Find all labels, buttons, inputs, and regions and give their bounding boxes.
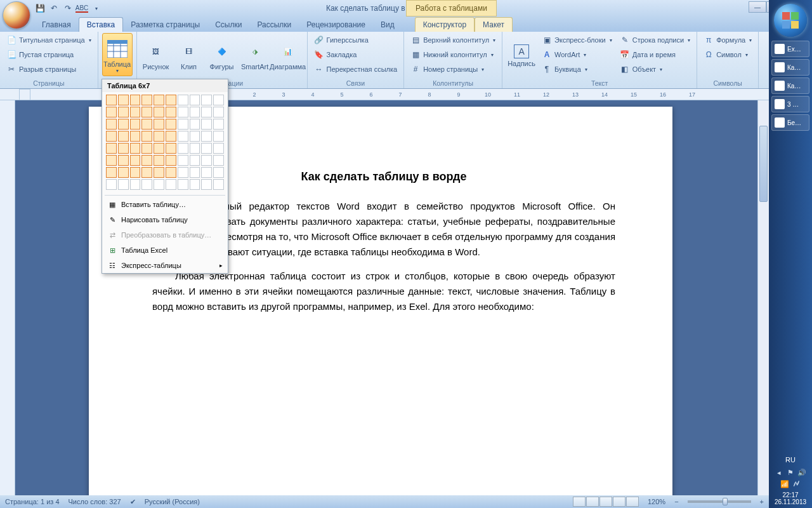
table-grid-cell[interactable] — [130, 143, 141, 154]
header-button[interactable]: ▤Верхний колонтитул — [408, 33, 498, 47]
view-web-layout[interactable] — [599, 497, 612, 507]
table-grid-cell[interactable] — [213, 155, 224, 166]
quick-tables-item[interactable]: ☷Экспресс-таблицы▸ — [102, 258, 228, 273]
table-grid-cell[interactable] — [154, 143, 164, 154]
zoom-level[interactable]: 120% — [648, 498, 665, 505]
table-grid-cell[interactable] — [178, 143, 188, 154]
status-page[interactable]: Страница: 1 из 4 — [5, 498, 60, 505]
taskbar-item[interactable]: Ка… — [771, 59, 809, 76]
tray-volume-icon[interactable]: 🔊 — [797, 469, 806, 478]
wordart-button[interactable]: AWordArt — [539, 48, 615, 62]
footer-button[interactable]: ▦Нижний колонтитул — [408, 48, 495, 62]
language-indicator[interactable]: RU — [769, 456, 812, 464]
view-print-layout[interactable] — [573, 497, 586, 507]
table-grid-cell[interactable] — [154, 131, 164, 142]
scrollbar-thumb[interactable] — [759, 126, 768, 202]
table-grid-cell[interactable] — [166, 119, 176, 130]
table-grid-cell[interactable] — [118, 179, 129, 190]
taskbar-item[interactable]: Бе… — [771, 114, 809, 131]
clip-button[interactable]: 🎞Клип — [174, 33, 204, 76]
table-grid-cell[interactable] — [118, 107, 129, 117]
table-grid-cell[interactable] — [190, 155, 200, 166]
ruler-corner[interactable] — [19, 89, 30, 100]
table-grid-cell[interactable] — [118, 95, 129, 105]
table-grid-cell[interactable] — [201, 179, 212, 190]
table-grid-cell[interactable] — [106, 143, 117, 154]
status-language[interactable]: Русский (Россия) — [145, 498, 200, 505]
view-outline[interactable] — [613, 497, 625, 507]
tab-mailings[interactable]: Рассылки — [249, 18, 299, 32]
tray-chevron-icon[interactable]: ◂ — [775, 469, 783, 478]
table-grid-cell[interactable] — [166, 107, 176, 117]
view-full-screen[interactable] — [586, 497, 599, 507]
table-grid-cell[interactable] — [106, 107, 117, 117]
table-grid-cell[interactable] — [213, 179, 224, 190]
hyperlink-button[interactable]: 🔗Гиперссылка — [311, 33, 371, 47]
zoom-out-button[interactable]: − — [674, 498, 678, 505]
redo-icon[interactable]: ↷ — [62, 3, 74, 14]
table-grid-cell[interactable] — [141, 167, 152, 178]
table-grid-cell[interactable] — [154, 167, 164, 178]
crossref-button[interactable]: ↔Перекрестная ссылка — [311, 62, 400, 76]
start-button[interactable] — [774, 4, 807, 37]
table-grid-cell[interactable] — [106, 95, 117, 105]
table-grid-cell[interactable] — [154, 179, 164, 190]
table-grid-cell[interactable] — [141, 119, 152, 130]
table-grid-cell[interactable] — [190, 179, 200, 190]
table-grid-cell[interactable] — [130, 95, 141, 105]
tab-table-design[interactable]: Конструктор — [415, 17, 475, 32]
table-grid-cell[interactable] — [130, 119, 141, 130]
vertical-ruler[interactable] — [0, 100, 15, 495]
status-spellcheck-icon[interactable]: ✔ — [130, 498, 136, 506]
table-grid-cell[interactable] — [141, 143, 152, 154]
table-grid-cell[interactable] — [213, 95, 224, 105]
table-grid-cell[interactable] — [141, 131, 152, 142]
table-grid-cell[interactable] — [190, 119, 200, 130]
tab-references[interactable]: Ссылки — [207, 18, 249, 32]
table-grid-cell[interactable] — [106, 131, 117, 142]
table-grid-cell[interactable] — [213, 143, 224, 154]
table-grid-cell[interactable] — [154, 119, 164, 130]
table-grid-cell[interactable] — [201, 167, 212, 178]
datetime-button[interactable]: 📅Дата и время — [617, 48, 693, 62]
tray-date[interactable]: 26.11.2013 — [769, 498, 812, 505]
insert-table-item[interactable]: ▦Вставить таблицу… — [102, 197, 228, 212]
table-grid-cell[interactable] — [118, 167, 129, 178]
office-button[interactable] — [3, 1, 30, 29]
table-grid-cell[interactable] — [201, 155, 212, 166]
equation-button[interactable]: πФормула — [701, 33, 754, 47]
table-grid-cell[interactable] — [106, 179, 117, 190]
tray-flag-icon[interactable]: ⚑ — [786, 469, 795, 478]
zoom-slider[interactable] — [688, 500, 751, 503]
view-draft[interactable] — [626, 497, 639, 507]
object-button[interactable]: ◧Объект — [617, 62, 693, 76]
page-break-button[interactable]: ✂Разрыв страницы — [4, 62, 79, 76]
table-grid-cell[interactable] — [106, 167, 117, 178]
tab-review[interactable]: Рецензирование — [299, 18, 373, 32]
table-grid-cell[interactable] — [178, 179, 188, 190]
table-grid-cell[interactable] — [141, 155, 152, 166]
table-grid-cell[interactable] — [201, 143, 212, 154]
table-grid-cell[interactable] — [130, 155, 141, 166]
undo-icon[interactable]: ↶ — [48, 3, 60, 14]
table-grid-cell[interactable] — [178, 119, 188, 130]
zoom-slider-thumb[interactable] — [723, 498, 728, 505]
taskbar-item[interactable]: Ex… — [771, 41, 809, 57]
table-grid-cell[interactable] — [130, 107, 141, 117]
textbox-button[interactable]: AНадпись — [506, 33, 537, 76]
draw-table-item[interactable]: ✎Нарисовать таблицу — [102, 212, 228, 227]
shapes-button[interactable]: 🔷Фигуры — [207, 33, 237, 76]
table-grid-cell[interactable] — [106, 155, 117, 166]
table-grid-cell[interactable] — [190, 143, 200, 154]
table-grid-cell[interactable] — [166, 155, 176, 166]
table-grid-cell[interactable] — [118, 119, 129, 130]
blank-page-button[interactable]: 📃Пустая страница — [4, 48, 76, 62]
quickparts-button[interactable]: ▣Экспресс-блоки — [539, 33, 615, 47]
table-grid-cell[interactable] — [106, 119, 117, 130]
table-grid-cell[interactable] — [130, 131, 141, 142]
smartart-button[interactable]: ⬗SmartArt — [240, 33, 270, 76]
table-grid-cell[interactable] — [154, 107, 164, 117]
table-grid-cell[interactable] — [130, 167, 141, 178]
tab-table-layout[interactable]: Макет — [475, 17, 513, 32]
table-grid-cell[interactable] — [190, 107, 200, 117]
